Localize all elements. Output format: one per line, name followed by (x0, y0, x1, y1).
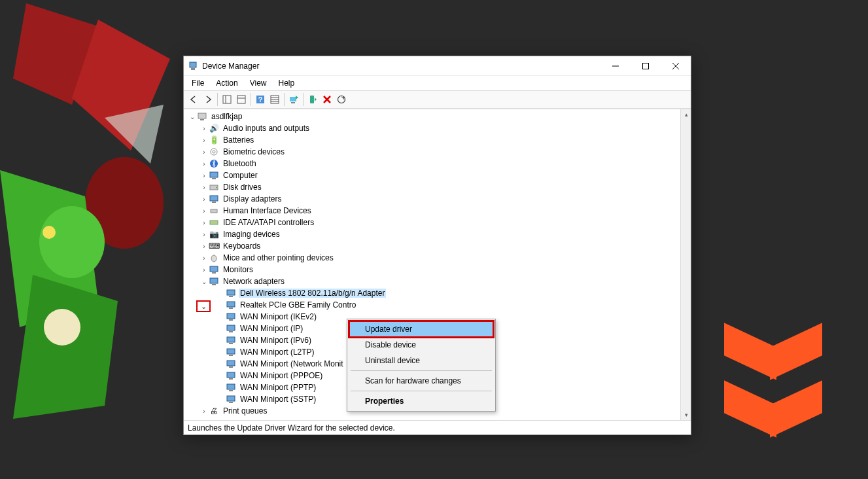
menu-view[interactable]: View (245, 77, 272, 89)
context-menu-separator (351, 370, 492, 371)
toolbar-properties-button[interactable] (234, 92, 249, 107)
expand-icon[interactable]: › (200, 255, 209, 262)
minimize-button[interactable] (600, 56, 631, 76)
tree-item-batteries[interactable]: ›🔋Batteries (186, 134, 680, 146)
expand-icon[interactable]: › (200, 172, 209, 179)
toolbar-show-hide-tree-button[interactable] (220, 92, 234, 107)
network-adapter-icon (226, 394, 236, 404)
vertical-scrollbar[interactable]: ▴ ▾ (680, 109, 691, 420)
scroll-down-button[interactable]: ▾ (681, 410, 691, 420)
collapse-icon[interactable]: ⌄ (200, 278, 209, 285)
network-adapter-icon (226, 347, 236, 357)
svg-rect-4 (190, 62, 196, 67)
decorative-creature-art (0, 0, 190, 445)
svg-rect-40 (210, 266, 218, 272)
svg-rect-35 (210, 196, 218, 201)
fingerprint-icon (209, 147, 219, 157)
context-menu-properties[interactable]: Properties (349, 393, 493, 409)
battery-icon: 🔋 (209, 135, 219, 145)
scroll-up-button[interactable]: ▴ (681, 109, 691, 120)
svg-rect-26 (198, 113, 206, 118)
tree-item-biometric[interactable]: ›Biometric devices (186, 146, 680, 158)
menubar: File Action View Help (184, 76, 691, 90)
toolbar-scan-button[interactable] (334, 92, 349, 107)
tree-item-audio[interactable]: ›🔊Audio inputs and outputs (186, 122, 680, 134)
expand-icon[interactable]: › (200, 137, 209, 144)
printer-icon: 🖨 (209, 406, 219, 416)
tree-item-computer[interactable]: ›Computer (186, 169, 680, 181)
expand-icon[interactable]: › (200, 196, 209, 203)
network-adapter-icon (226, 311, 236, 322)
svg-rect-47 (229, 308, 233, 309)
svg-rect-48 (227, 313, 235, 319)
tree-item-imaging[interactable]: ›📷Imaging devices (186, 228, 680, 240)
expand-icon[interactable]: › (200, 149, 209, 156)
expand-icon[interactable]: › (200, 125, 209, 132)
context-menu-uninstall-device[interactable]: Uninstall device (349, 353, 493, 368)
camera-icon: 📷 (209, 229, 219, 240)
svg-point-2 (43, 226, 56, 239)
expand-icon[interactable]: › (200, 266, 209, 274)
tree-item-disk[interactable]: ›Disk drives (186, 181, 680, 193)
monitor-icon (209, 264, 219, 275)
toolbar-help-button[interactable]: ? (253, 92, 268, 107)
expand-icon[interactable]: › (200, 243, 209, 250)
expand-icon[interactable]: › (200, 231, 209, 238)
brand-chevrons (724, 335, 829, 466)
menu-help[interactable]: Help (273, 77, 300, 89)
context-menu-update-driver[interactable]: Update driver (349, 321, 493, 337)
svg-rect-42 (210, 278, 218, 283)
expand-icon[interactable]: ⌄ (188, 113, 197, 120)
tree-root-label[interactable]: asdlfkjap (210, 112, 243, 121)
tree-item-realtek[interactable]: Realtek PCIe GBE Family Contro (186, 299, 680, 311)
tree-item-network[interactable]: ⌄Network adapters (186, 275, 680, 287)
toolbar-uninstall-button[interactable] (320, 92, 334, 107)
tree-item-mice[interactable]: ›Mice and other pointing devices (186, 252, 680, 264)
tree-item-ide[interactable]: ›IDE ATA/ATAPI controllers (186, 217, 680, 228)
context-menu-scan-hardware[interactable]: Scan for hardware changes (349, 373, 493, 389)
svg-rect-44 (227, 290, 235, 295)
svg-point-0 (85, 157, 164, 249)
toolbar-enable-button[interactable] (305, 92, 320, 107)
tree-item-dell-wireless[interactable]: Dell Wireless 1802 802.11a/b/g/n Adapter (186, 287, 680, 299)
expand-icon[interactable]: › (200, 160, 209, 168)
svg-point-29 (213, 151, 215, 153)
toolbar-action-button[interactable] (268, 92, 282, 107)
expand-icon[interactable]: › (200, 184, 209, 191)
svg-rect-32 (212, 178, 216, 179)
toolbar-forward-button[interactable] (201, 92, 215, 107)
close-button[interactable] (661, 56, 691, 76)
svg-rect-52 (227, 337, 235, 342)
svg-rect-58 (227, 372, 235, 378)
tree-item-hid[interactable]: ›Human Interface Devices (186, 205, 680, 217)
tree-root[interactable]: ⌄ asdlfkjap (186, 111, 680, 122)
context-menu-disable-device[interactable]: Disable device (349, 337, 493, 353)
svg-rect-20 (290, 97, 296, 101)
tree-item-monitors[interactable]: ›Monitors (186, 264, 680, 275)
svg-rect-57 (229, 366, 233, 368)
menu-file[interactable]: File (186, 77, 209, 89)
svg-point-3 (44, 309, 80, 346)
toolbar-back-button[interactable] (186, 92, 201, 107)
menu-action[interactable]: Action (211, 77, 243, 89)
expand-icon[interactable]: › (200, 207, 209, 215)
network-icon (209, 276, 219, 287)
toolbar-update-driver-button[interactable] (286, 92, 301, 107)
expand-icon[interactable]: › (200, 408, 209, 415)
tree-item-display[interactable]: ›Display adapters (186, 193, 680, 205)
svg-rect-43 (212, 284, 216, 285)
disk-icon (209, 182, 219, 192)
svg-rect-49 (229, 319, 233, 321)
expand-icon[interactable]: › (200, 219, 209, 226)
svg-rect-5 (191, 68, 195, 70)
statusbar: Launches the Update Driver Wizard for th… (184, 420, 691, 435)
svg-point-39 (211, 255, 217, 262)
mouse-icon (209, 253, 219, 263)
tree-item-keyboards[interactable]: ›⌨Keyboards (186, 240, 680, 252)
svg-rect-12 (237, 96, 245, 103)
maximize-button[interactable] (631, 56, 661, 76)
tree-item-bluetooth[interactable]: ›Bluetooth (186, 158, 680, 169)
monitor-icon (209, 170, 219, 181)
svg-rect-7 (643, 63, 649, 69)
svg-rect-38 (210, 221, 218, 224)
